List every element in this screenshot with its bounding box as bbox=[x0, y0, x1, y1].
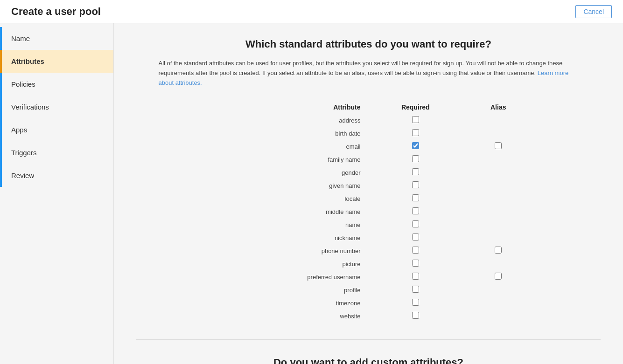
required-checkbox[interactable] bbox=[412, 194, 419, 201]
required-checkbox-cell bbox=[366, 309, 465, 323]
alias-checkbox[interactable] bbox=[495, 247, 502, 254]
attribute-name: nickname bbox=[205, 231, 366, 244]
required-checkbox-cell bbox=[366, 179, 465, 192]
alias-checkbox-cell bbox=[465, 231, 532, 244]
custom-attributes-title: Do you want to add custom attributes? bbox=[136, 357, 601, 364]
required-checkbox-cell bbox=[366, 192, 465, 205]
required-checkbox[interactable] bbox=[412, 234, 419, 240]
attribute-name: middle name bbox=[205, 205, 366, 218]
required-checkbox[interactable] bbox=[412, 129, 419, 136]
attribute-name: name bbox=[205, 218, 366, 231]
alias-checkbox-cell bbox=[465, 205, 532, 218]
required-checkbox-cell bbox=[366, 153, 465, 166]
table-row: name bbox=[205, 218, 532, 231]
table-row: middle name bbox=[205, 205, 532, 218]
attribute-name: website bbox=[205, 309, 366, 323]
sidebar-item-triggers[interactable]: Triggers bbox=[0, 141, 113, 164]
main-layout: NameAttributesPoliciesVerificationsAppsT… bbox=[0, 23, 623, 364]
sidebar-item-apps[interactable]: Apps bbox=[0, 118, 113, 141]
alias-checkbox-cell bbox=[465, 192, 532, 205]
required-checkbox-cell bbox=[366, 244, 465, 257]
alias-checkbox-cell bbox=[465, 140, 532, 153]
required-checkbox[interactable] bbox=[412, 116, 419, 123]
attribute-name: phone number bbox=[205, 244, 366, 257]
required-checkbox[interactable] bbox=[412, 155, 419, 162]
alias-checkbox-cell bbox=[465, 296, 532, 309]
attribute-name: given name bbox=[205, 179, 366, 192]
required-checkbox[interactable] bbox=[412, 286, 419, 293]
table-row: given name bbox=[205, 179, 532, 192]
table-row: family name bbox=[205, 153, 532, 166]
required-checkbox[interactable] bbox=[412, 299, 419, 306]
sidebar-item-verifications[interactable]: Verifications bbox=[0, 96, 113, 118]
required-col-header: Required bbox=[366, 101, 465, 114]
required-checkbox[interactable] bbox=[412, 181, 419, 188]
standard-attributes-title: Which standard attributes do you want to… bbox=[136, 38, 601, 50]
alias-checkbox-cell bbox=[465, 270, 532, 283]
alias-checkbox-cell bbox=[465, 309, 532, 323]
sidebar-item-name[interactable]: Name bbox=[0, 27, 113, 50]
required-checkbox-cell bbox=[366, 257, 465, 270]
sidebar-item-policies[interactable]: Policies bbox=[0, 73, 113, 96]
required-checkbox[interactable] bbox=[412, 207, 419, 214]
sidebar-item-attributes[interactable]: Attributes bbox=[0, 50, 113, 73]
required-checkbox-cell bbox=[366, 166, 465, 179]
alias-checkbox-cell bbox=[465, 218, 532, 231]
table-row: email bbox=[205, 140, 532, 153]
required-checkbox[interactable] bbox=[412, 142, 419, 149]
required-checkbox[interactable] bbox=[412, 247, 419, 254]
required-checkbox[interactable] bbox=[412, 168, 419, 175]
required-checkbox[interactable] bbox=[412, 312, 419, 319]
required-checkbox-cell bbox=[366, 270, 465, 283]
table-row: gender bbox=[205, 166, 532, 179]
main-content: Which standard attributes do you want to… bbox=[114, 23, 623, 364]
alias-checkbox[interactable] bbox=[495, 273, 502, 280]
table-row: picture bbox=[205, 257, 532, 270]
attribute-name: profile bbox=[205, 283, 366, 296]
attributes-table: Attribute Required Alias addressbirth da… bbox=[205, 101, 532, 323]
alias-checkbox-cell bbox=[465, 114, 532, 127]
page-title: Create a user pool bbox=[11, 6, 101, 18]
required-checkbox-cell bbox=[366, 127, 465, 140]
table-row: phone number bbox=[205, 244, 532, 257]
required-checkbox[interactable] bbox=[412, 220, 419, 227]
attribute-name: picture bbox=[205, 257, 366, 270]
alias-checkbox-cell bbox=[465, 166, 532, 179]
section-divider bbox=[136, 339, 601, 340]
attribute-name: birth date bbox=[205, 127, 366, 140]
table-row: website bbox=[205, 309, 532, 323]
alias-checkbox-cell bbox=[465, 257, 532, 270]
attribute-name: email bbox=[205, 140, 366, 153]
table-row: birth date bbox=[205, 127, 532, 140]
table-row: timezone bbox=[205, 296, 532, 309]
alias-checkbox-cell bbox=[465, 283, 532, 296]
required-checkbox-cell bbox=[366, 205, 465, 218]
attribute-name: address bbox=[205, 114, 366, 127]
required-checkbox-cell bbox=[366, 140, 465, 153]
required-checkbox-cell bbox=[366, 114, 465, 127]
required-checkbox-cell bbox=[366, 231, 465, 244]
attribute-name: timezone bbox=[205, 296, 366, 309]
page-header: Create a user pool Cancel bbox=[0, 0, 623, 23]
required-checkbox-cell bbox=[366, 283, 465, 296]
attribute-name: locale bbox=[205, 192, 366, 205]
attribute-col-header: Attribute bbox=[205, 101, 366, 114]
alias-col-header: Alias bbox=[465, 101, 532, 114]
alias-checkbox[interactable] bbox=[495, 142, 502, 149]
required-checkbox-cell bbox=[366, 218, 465, 231]
sidebar: NameAttributesPoliciesVerificationsAppsT… bbox=[0, 23, 114, 364]
attribute-name: family name bbox=[205, 153, 366, 166]
cancel-button[interactable]: Cancel bbox=[575, 5, 612, 18]
table-row: preferred username bbox=[205, 270, 532, 283]
alias-checkbox-cell bbox=[465, 179, 532, 192]
table-row: nickname bbox=[205, 231, 532, 244]
table-row: address bbox=[205, 114, 532, 127]
standard-attributes-desc: All of the standard attributes can be us… bbox=[159, 59, 579, 88]
attribute-name: preferred username bbox=[205, 270, 366, 283]
required-checkbox[interactable] bbox=[412, 260, 419, 267]
sidebar-item-review[interactable]: Review bbox=[0, 164, 113, 187]
alias-checkbox-cell bbox=[465, 244, 532, 257]
table-row: locale bbox=[205, 192, 532, 205]
required-checkbox[interactable] bbox=[412, 273, 419, 280]
alias-checkbox-cell bbox=[465, 153, 532, 166]
